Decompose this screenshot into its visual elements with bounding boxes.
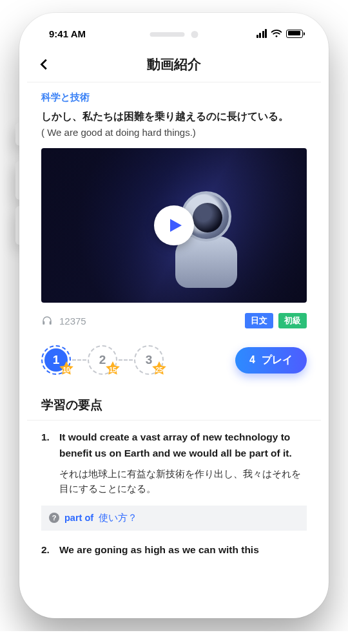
star-value: 10 — [63, 366, 70, 373]
step-1[interactable]: 1 10 — [41, 345, 71, 375]
point-number: 2. — [41, 542, 53, 558]
headphones-icon — [41, 315, 53, 327]
question-icon: ? — [49, 513, 59, 523]
speaker-grille — [150, 32, 185, 37]
device-frame: 9:41 AM 動画紹介 科学と技術 しかし、私たちは困難を乗り越えるのに長けて… — [19, 13, 329, 618]
learning-point-2: 2. We are goning as high as we can with … — [27, 531, 321, 558]
signal-icon — [256, 29, 267, 38]
star-value: 25 — [155, 366, 162, 373]
play-button-label: プレイ — [262, 354, 293, 367]
section-heading: 学習の要点 — [27, 384, 321, 420]
content-area: 科学と技術 しかし、私たちは困難を乗り越えるのに長けている。 ( We are … — [27, 82, 321, 558]
star-badge: 15 — [104, 361, 121, 377]
notch — [150, 31, 198, 38]
star-value: 15 — [109, 366, 116, 373]
app-header: 動画紹介 — [27, 46, 321, 82]
video-stats-row: 12375 日文 初級 — [27, 309, 321, 336]
category-link[interactable]: 科学と技術 — [41, 91, 307, 104]
back-button[interactable] — [37, 57, 52, 71]
point-number: 1. — [41, 430, 53, 497]
sentence-english: ( We are good at doing hard things.) — [41, 127, 307, 138]
phone-screen: 9:41 AM 動画紹介 科学と技術 しかし、私たちは困難を乗り越えるのに長けて… — [19, 13, 329, 618]
front-camera — [191, 31, 198, 38]
play-icon — [168, 218, 183, 233]
tag-language: 日文 — [245, 313, 273, 328]
svg-rect-1 — [50, 321, 52, 325]
star-badge: 25 — [151, 361, 168, 377]
hint-tail: 使い方？ — [99, 512, 137, 524]
listen-count: 12375 — [59, 316, 86, 327]
point-japanese: それは地球上に有益な新技術を作り出し、我々はそれを目にすることになる。 — [59, 467, 307, 497]
wifi-icon — [271, 29, 282, 38]
play-button[interactable]: 4 プレイ — [235, 347, 307, 374]
battery-icon — [286, 30, 303, 38]
step-3[interactable]: 3 25 — [134, 345, 164, 375]
svg-rect-0 — [43, 321, 44, 325]
learning-point-1: 1. It would create a vast array of new t… — [27, 421, 321, 497]
video-meta: 科学と技術 しかし、私たちは困難を乗り越えるのに長けている。 ( We are … — [27, 82, 321, 144]
status-indicators — [256, 29, 304, 38]
progress-steps: 1 10 2 15 3 — [27, 336, 321, 384]
chevron-left-icon — [37, 57, 52, 71]
tag-level: 初級 — [278, 313, 307, 328]
star-badge: 10 — [58, 361, 75, 377]
step-2[interactable]: 2 15 — [88, 345, 117, 375]
usage-hint[interactable]: ? part of 使い方？ — [41, 506, 307, 531]
play-overlay-button[interactable] — [154, 205, 194, 245]
point-english: It would create a vast array of new tech… — [59, 430, 307, 462]
sentence-japanese: しかし、私たちは困難を乗り越えるのに長けている。 — [41, 109, 307, 124]
status-time: 9:41 AM — [49, 28, 86, 39]
page-title: 動画紹介 — [147, 55, 201, 73]
point-english: We are goning as high as we can with thi… — [59, 542, 259, 558]
video-thumbnail[interactable] — [41, 148, 307, 303]
play-step-number: 4 — [249, 354, 255, 366]
hint-phrase: part of — [64, 513, 93, 523]
